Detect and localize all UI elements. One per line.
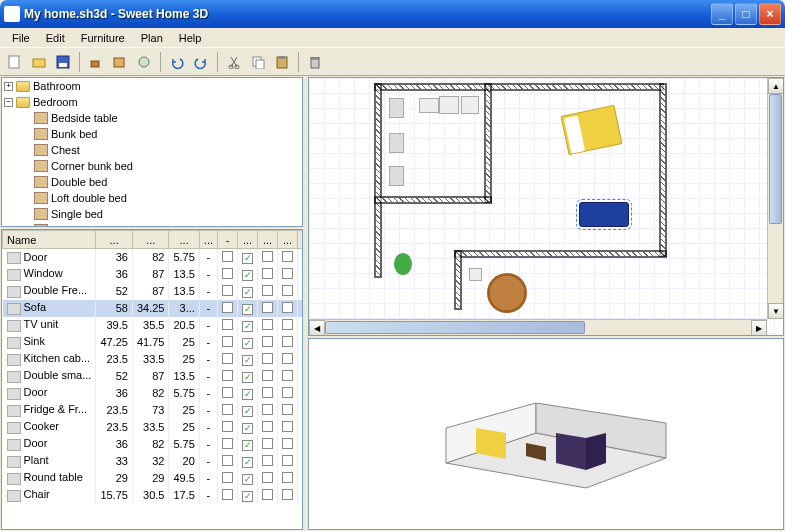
checkbox[interactable] xyxy=(282,438,293,449)
furniture-item[interactable] xyxy=(389,133,404,153)
minimize-button[interactable]: _ xyxy=(711,3,733,25)
column-header[interactable]: ... xyxy=(278,231,298,249)
wall[interactable] xyxy=(454,250,667,258)
checkbox[interactable] xyxy=(302,268,303,279)
furniture-chair[interactable] xyxy=(469,268,482,281)
checkbox[interactable]: ✓ xyxy=(242,338,253,349)
checkbox[interactable] xyxy=(222,285,233,296)
column-header[interactable]: ... xyxy=(199,231,217,249)
checkbox[interactable] xyxy=(302,285,303,296)
column-header[interactable]: ... xyxy=(96,231,133,249)
wall[interactable] xyxy=(454,250,462,310)
wall[interactable] xyxy=(659,83,667,257)
checkbox[interactable] xyxy=(302,472,303,483)
checkbox[interactable] xyxy=(302,438,303,449)
scroll-left-icon[interactable]: ◀ xyxy=(309,320,325,336)
paste-icon[interactable] xyxy=(271,51,293,73)
checkbox[interactable] xyxy=(222,404,233,415)
scroll-up-icon[interactable]: ▲ xyxy=(768,78,784,94)
furniture-item[interactable] xyxy=(419,98,439,113)
furniture-item[interactable] xyxy=(439,96,459,114)
checkbox[interactable] xyxy=(262,285,273,296)
maximize-button[interactable]: □ xyxy=(735,3,757,25)
column-header[interactable]: - xyxy=(218,231,238,249)
checkbox[interactable] xyxy=(262,404,273,415)
checkbox[interactable] xyxy=(262,336,273,347)
plan-2d-view[interactable]: ▲ ▼ ◀ ▶ xyxy=(308,77,784,336)
furniture-sofa[interactable] xyxy=(579,202,629,227)
checkbox[interactable] xyxy=(302,302,303,313)
table-row[interactable]: Door36825.75-✓✓ xyxy=(3,385,304,402)
checkbox[interactable] xyxy=(262,438,273,449)
table-row[interactable]: Fridge & Fr...23.57325-✓✓ xyxy=(3,402,304,419)
checkbox[interactable] xyxy=(222,489,233,500)
table-row[interactable]: Sofa5834.253...-✓✓ xyxy=(3,300,304,317)
checkbox[interactable] xyxy=(302,353,303,364)
checkbox[interactable] xyxy=(282,387,293,398)
table-row[interactable]: Kitchen cab...23.533.525-✓✓ xyxy=(3,351,304,368)
table-row[interactable]: Chair15.7530.517.5-✓✓ xyxy=(3,487,304,504)
checkbox[interactable]: ✓ xyxy=(242,253,253,264)
checkbox[interactable] xyxy=(262,421,273,432)
checkbox[interactable] xyxy=(222,268,233,279)
checkbox[interactable] xyxy=(222,472,233,483)
column-header[interactable]: ... xyxy=(238,231,258,249)
furniture-item[interactable] xyxy=(461,96,479,114)
column-header[interactable]: ... xyxy=(258,231,278,249)
checkbox[interactable]: ✓ xyxy=(242,423,253,434)
wall[interactable] xyxy=(374,196,492,204)
checkbox[interactable]: ✓ xyxy=(242,355,253,366)
checkbox[interactable] xyxy=(282,455,293,466)
checkbox[interactable] xyxy=(222,387,233,398)
table-row[interactable]: Double Fre...528713.5-✓✓ xyxy=(3,283,304,300)
catalog-category[interactable]: +Bathroom xyxy=(2,78,302,94)
checkbox[interactable] xyxy=(302,319,303,330)
checkbox[interactable] xyxy=(222,455,233,466)
checkbox[interactable]: ✓ xyxy=(242,457,253,468)
undo-icon[interactable] xyxy=(166,51,188,73)
menu-help[interactable]: Help xyxy=(171,30,210,46)
checkbox[interactable] xyxy=(262,489,273,500)
catalog-item[interactable]: Chest xyxy=(2,142,302,158)
redo-icon[interactable] xyxy=(190,51,212,73)
copy-icon[interactable] xyxy=(247,51,269,73)
table-row[interactable]: Sink47.2541.7525-✓✓ xyxy=(3,334,304,351)
table-row[interactable]: Cooker23.533.525-✓✓ xyxy=(3,419,304,436)
menu-file[interactable]: File xyxy=(4,30,38,46)
catalog-item[interactable]: Double bed xyxy=(2,174,302,190)
collapse-icon[interactable]: − xyxy=(4,98,13,107)
checkbox[interactable] xyxy=(262,319,273,330)
column-header[interactable]: ... xyxy=(132,231,169,249)
plan-scrollbar-vertical[interactable]: ▲ ▼ xyxy=(767,78,783,319)
checkbox[interactable] xyxy=(282,336,293,347)
checkbox[interactable] xyxy=(282,370,293,381)
new-file-icon[interactable] xyxy=(4,51,26,73)
column-header[interactable]: ... xyxy=(298,231,303,249)
furniture-round-table[interactable] xyxy=(487,273,527,313)
table-row[interactable]: Door36825.75-✓✓ xyxy=(3,249,304,266)
column-header[interactable]: Name xyxy=(3,231,96,249)
checkbox[interactable] xyxy=(302,421,303,432)
checkbox[interactable] xyxy=(262,251,273,262)
checkbox[interactable] xyxy=(262,455,273,466)
scroll-right-icon[interactable]: ▶ xyxy=(751,320,767,336)
checkbox[interactable] xyxy=(282,404,293,415)
checkbox[interactable] xyxy=(302,387,303,398)
table-row[interactable]: Window368713.5-✓✓ xyxy=(3,266,304,283)
checkbox[interactable] xyxy=(302,455,303,466)
checkbox[interactable] xyxy=(282,285,293,296)
table-row[interactable]: Double sma...528713.5-✓✓ xyxy=(3,368,304,385)
plan-scrollbar-horizontal[interactable]: ◀ ▶ xyxy=(309,319,767,335)
table-row[interactable]: Round table292949.5-✓✓ xyxy=(3,470,304,487)
view-3d[interactable] xyxy=(308,338,784,530)
table-row[interactable]: Plant333220-✓✓ xyxy=(3,453,304,470)
catalog-item[interactable]: Corner bunk bed xyxy=(2,158,302,174)
checkbox[interactable]: ✓ xyxy=(242,304,253,315)
checkbox[interactable] xyxy=(222,370,233,381)
checkbox[interactable] xyxy=(302,370,303,381)
checkbox[interactable]: ✓ xyxy=(242,270,253,281)
add-furniture-icon[interactable] xyxy=(85,51,107,73)
checkbox[interactable] xyxy=(302,336,303,347)
checkbox[interactable] xyxy=(262,472,273,483)
checkbox[interactable] xyxy=(282,421,293,432)
